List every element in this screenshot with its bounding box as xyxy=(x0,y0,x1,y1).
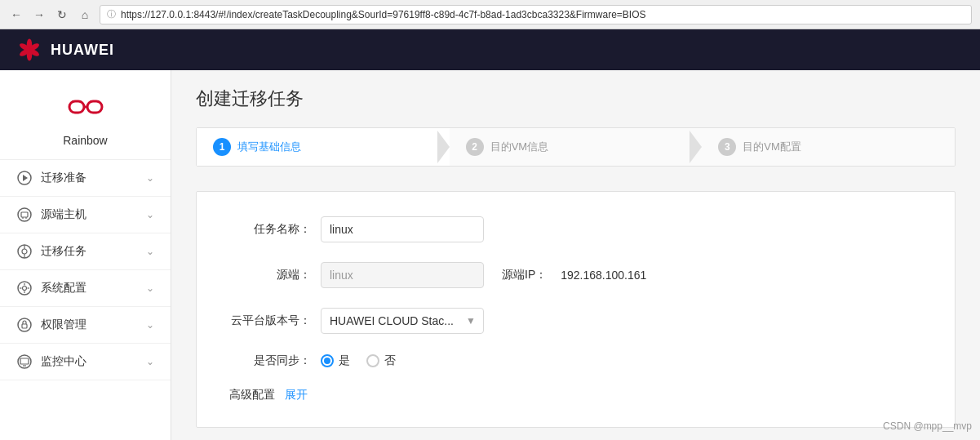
svg-rect-12 xyxy=(21,212,28,217)
cloud-version-row: 云平台版本号： HUAWEI CLOUD Stac... ▼ xyxy=(229,308,922,334)
chevron-down-icon: ⌄ xyxy=(146,356,154,367)
logo-area: HUAWEI xyxy=(16,37,114,63)
step-3-label: 目的VM配置 xyxy=(743,140,801,154)
sync-yes-radio[interactable]: 是 xyxy=(321,353,350,368)
source-row: 源端： 源端IP： 192.168.100.161 xyxy=(229,262,922,288)
svg-rect-28 xyxy=(20,358,29,364)
sidebar-item-label: 监控中心 xyxy=(41,354,86,369)
step-2: 2 目的VM信息 xyxy=(450,128,703,166)
chevron-down-icon: ⌄ xyxy=(146,246,154,257)
page-title: 创建迁移任务 xyxy=(196,87,956,111)
sync-no-label: 否 xyxy=(384,353,396,368)
cloud-version-select[interactable]: HUAWEI CLOUD Stac... xyxy=(321,308,484,334)
system-config-icon xyxy=(16,280,33,296)
cloud-version-select-wrap: HUAWEI CLOUD Stac... ▼ xyxy=(321,308,484,334)
chevron-down-icon: ⌄ xyxy=(146,209,154,220)
source-host-icon xyxy=(16,207,33,223)
user-name: Rainbow xyxy=(63,134,107,147)
content-area: 创建迁移任务 1 填写基础信息 2 目的VM信息 3 目的VM配置 xyxy=(171,70,980,440)
step-1-number: 1 xyxy=(213,138,231,156)
step-2-number: 2 xyxy=(466,138,484,156)
svg-point-11 xyxy=(18,208,31,221)
task-name-label: 任务名称： xyxy=(229,222,311,237)
url-text: https://127.0.0.1:8443/#!/index/createTa… xyxy=(121,9,646,20)
cloud-version-label: 云平台版本号： xyxy=(229,313,311,328)
advanced-config-row: 高级配置 展开 xyxy=(229,388,922,402)
svg-point-20 xyxy=(23,287,27,291)
sidebar-item-label: 权限管理 xyxy=(41,318,86,332)
sidebar-item-migration-prep[interactable]: 迁移准备 ⌄ xyxy=(0,160,171,197)
sidebar-item-source-host[interactable]: 源端主机 ⌄ xyxy=(0,197,171,233)
source-input xyxy=(321,262,484,288)
chevron-down-icon: ⌄ xyxy=(146,319,154,331)
sync-yes-radio-dot xyxy=(324,358,330,364)
access-control-icon xyxy=(16,317,33,333)
monitor-center-icon xyxy=(16,353,33,370)
svg-rect-7 xyxy=(87,101,102,113)
header-title: HUAWEI xyxy=(51,42,114,59)
sidebar-item-label: 系统配置 xyxy=(41,281,86,296)
expand-link[interactable]: 展开 xyxy=(285,388,308,402)
svg-point-16 xyxy=(22,249,27,254)
sidebar-item-access-control[interactable]: 权限管理 ⌄ xyxy=(0,307,171,344)
migration-task-icon xyxy=(16,243,33,260)
sync-row: 是否同步： 是 否 xyxy=(229,353,922,368)
refresh-button[interactable]: ↻ xyxy=(54,7,70,23)
step-3-number: 3 xyxy=(718,138,736,156)
svg-point-25 xyxy=(18,318,31,331)
advanced-config-label: 高级配置 xyxy=(229,388,275,402)
step-1: 1 填写基础信息 xyxy=(197,128,450,166)
svg-rect-6 xyxy=(69,101,84,113)
back-button[interactable]: ← xyxy=(8,7,24,23)
sync-yes-radio-circle xyxy=(321,354,334,367)
app-container: HUAWEI Rainbow xyxy=(0,29,980,440)
step-1-label: 填写基础信息 xyxy=(237,140,301,154)
sidebar-item-migration-task[interactable]: 迁移任务 ⌄ xyxy=(0,233,171,270)
huawei-logo-icon xyxy=(16,37,42,63)
step-3: 3 目的VM配置 xyxy=(702,128,955,166)
app-header: HUAWEI xyxy=(0,29,980,70)
main-layout: Rainbow 迁移准备 ⌄ 源端主机 ⌄ xyxy=(0,70,980,440)
migration-prep-icon xyxy=(16,170,33,186)
sync-label: 是否同步： xyxy=(229,353,311,368)
sidebar-item-monitor-center[interactable]: 监控中心 ⌄ xyxy=(0,344,171,380)
forward-button[interactable]: → xyxy=(31,7,47,23)
sync-no-radio-circle xyxy=(366,354,379,367)
sidebar-item-label: 迁移准备 xyxy=(41,171,86,185)
source-ip-value: 192.168.100.161 xyxy=(561,269,646,282)
svg-marker-10 xyxy=(23,175,28,181)
form-container: 任务名称： 源端： 源端IP： 192.168.100.161 云平台版本号： … xyxy=(196,191,956,428)
step-2-label: 目的VM信息 xyxy=(490,140,549,154)
user-avatar-icon xyxy=(65,87,106,127)
sidebar-item-system-config[interactable]: 系统配置 ⌄ xyxy=(0,270,171,307)
browser-chrome: ← → ↻ ⌂ ⓘ https://127.0.0.1:8443/#!/inde… xyxy=(0,0,980,29)
user-profile: Rainbow xyxy=(0,70,171,160)
sync-no-radio[interactable]: 否 xyxy=(366,353,396,368)
home-button[interactable]: ⌂ xyxy=(77,7,93,23)
footer-watermark: CSDN @mpp__mvp xyxy=(883,420,972,432)
task-name-row: 任务名称： xyxy=(229,216,922,242)
source-label: 源端： xyxy=(229,268,311,282)
url-lock-icon: ⓘ xyxy=(107,8,116,20)
source-ip-label: 源端IP： xyxy=(502,268,547,282)
steps-bar: 1 填写基础信息 2 目的VM信息 3 目的VM配置 xyxy=(196,127,956,167)
sync-radio-group: 是 否 xyxy=(321,353,396,368)
sidebar: Rainbow 迁移准备 ⌄ 源端主机 ⌄ xyxy=(0,70,171,440)
chevron-down-icon: ⌄ xyxy=(146,172,154,184)
svg-rect-26 xyxy=(22,324,27,328)
task-name-input[interactable] xyxy=(321,216,484,242)
sync-yes-label: 是 xyxy=(339,353,350,368)
sidebar-item-label: 迁移任务 xyxy=(41,244,86,259)
url-bar: ⓘ https://127.0.0.1:8443/#!/index/create… xyxy=(100,5,972,24)
chevron-down-icon: ⌄ xyxy=(146,282,154,294)
sidebar-item-label: 源端主机 xyxy=(41,207,86,222)
